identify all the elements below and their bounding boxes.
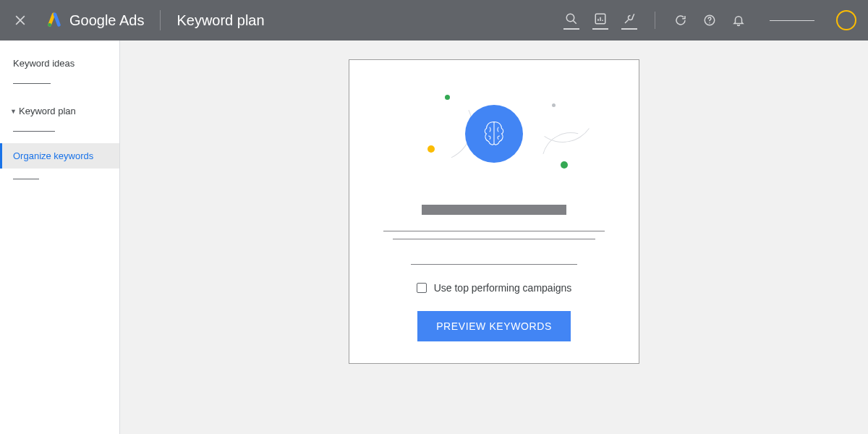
sidebar-item-label: Organize keywords (13, 150, 93, 161)
chevron-down-icon: ▼ (10, 108, 17, 115)
brain-icon (465, 105, 523, 163)
refresh-icon (674, 14, 687, 27)
use-top-campaigns-checkbox[interactable] (417, 283, 427, 293)
search-icon (565, 12, 578, 25)
sidebar-item-label: Keyword ideas (13, 58, 75, 69)
product-name: Google Ads (69, 12, 144, 29)
refresh-button[interactable] (673, 12, 689, 28)
checkbox-row: Use top performing campaigns (417, 282, 572, 294)
header-divider (160, 10, 161, 30)
card-title-placeholder (422, 205, 566, 215)
notifications-button[interactable] (731, 12, 746, 28)
card-illustration (378, 82, 610, 190)
help-button[interactable] (702, 12, 718, 28)
sidebar-item-label: Keyword plan (19, 106, 76, 116)
main-content: Use top performing campaigns PREVIEW KEY… (120, 41, 868, 434)
tools-icon (623, 12, 636, 25)
sidebar-item-organize-keywords[interactable]: Organize keywords (0, 143, 119, 169)
close-button[interactable] (12, 12, 29, 29)
google-ads-logo-icon (46, 12, 62, 28)
svg-point-1 (566, 14, 574, 22)
sidebar-item-keyword-ideas[interactable]: Keyword ideas (0, 48, 119, 75)
header-toolbar (563, 10, 856, 30)
reports-button[interactable] (592, 11, 608, 30)
close-icon (13, 13, 27, 27)
decorative-dot (561, 161, 568, 169)
sidebar-item-keyword-plan[interactable]: ▼ Keyword plan (0, 95, 119, 122)
header-divider-2 (655, 12, 655, 29)
account-placeholder-line (770, 20, 814, 21)
sidebar: Keyword ideas ▼ Keyword plan Organize ke… (0, 41, 120, 434)
app-header: Google Ads Keyword plan (0, 0, 868, 41)
notifications-icon (732, 14, 745, 27)
product-logo-group: Google Ads (46, 12, 144, 29)
help-icon (703, 14, 716, 27)
text-placeholder-line (411, 264, 577, 265)
decorative-dot (445, 95, 450, 100)
decorative-dot (427, 145, 435, 153)
decorative-dot (552, 103, 556, 107)
sidebar-placeholder (13, 179, 39, 179)
svg-point-0 (48, 23, 51, 27)
preview-keywords-button[interactable]: PREVIEW KEYWORDS (417, 311, 571, 341)
tools-button[interactable] (621, 11, 637, 30)
checkbox-label: Use top performing campaigns (434, 282, 572, 294)
organize-keywords-card: Use top performing campaigns PREVIEW KEY… (349, 59, 639, 364)
sidebar-placeholder (13, 83, 51, 84)
search-button[interactable] (563, 11, 579, 30)
reports-icon (594, 12, 607, 25)
profile-avatar[interactable] (836, 10, 856, 30)
page-title: Keyword plan (176, 12, 264, 29)
sidebar-placeholder (13, 131, 55, 132)
text-placeholder-line (393, 239, 595, 239)
text-placeholder-line (383, 231, 605, 231)
